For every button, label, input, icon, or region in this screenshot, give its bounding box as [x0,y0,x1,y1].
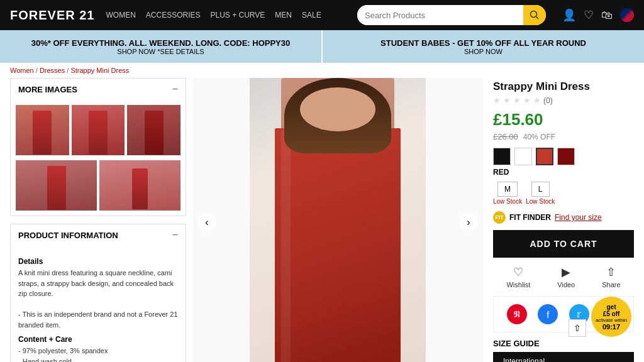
breadcrumb-dresses[interactable]: Dresses [40,67,65,74]
product-info-header: PRODUCT INFORMATION − [11,224,186,246]
more-images-header: MORE IMAGES − [11,79,186,100]
video-button[interactable]: ▶ Video [557,265,575,288]
more-images-toggle[interactable]: − [172,84,178,95]
swatch-darkred[interactable] [557,148,575,165]
thumb-2[interactable] [72,105,125,155]
next-image-button[interactable]: › [459,213,478,232]
discount-badge: 40% OFF [523,133,555,141]
size-l-button[interactable]: L [531,182,550,197]
product-info-section: PRODUCT INFORMATION − Details A knit min… [10,224,186,362]
price-original: £26.00 [493,132,518,141]
product-info-toggle[interactable]: − [172,229,178,241]
play-icon: ▶ [562,265,570,279]
get5off-activate: activate within [596,317,627,323]
promo-left-main: 30%* OFF EVERYTHING. ALL. WEEKEND. LONG.… [31,38,290,48]
size-guide-button[interactable]: International [493,352,634,362]
content-care-title: Content + Care [18,335,178,344]
more-images-label: MORE IMAGES [18,85,77,94]
color-swatches [493,148,634,165]
swatch-red[interactable] [536,148,553,165]
svg-point-0 [531,11,537,18]
nav-accessories[interactable]: ACCESSORIES [146,11,201,19]
swatch-white[interactable] [514,148,532,165]
breadcrumb-women[interactable]: Women [10,67,34,74]
navbar: FOREVER 21 WOMEN ACCESSORIES PLUS + CURV… [0,0,644,30]
thumb-1[interactable] [16,105,69,155]
review-count[interactable]: (0) [543,96,553,105]
action-buttons: ♡ Wishlist ▶ Video ⇧ Share [493,265,634,288]
facebook-icon[interactable]: f [538,304,558,324]
thumbnail-grid [11,100,186,160]
add-to-cart-button[interactable]: ADD TO CART [493,230,634,258]
get5off-line1: get [607,304,616,310]
wishlist-icon[interactable]: ♡ [584,8,594,22]
pinterest-icon[interactable]: 𝕹 [507,304,527,324]
details-text: A knit mini dress featuring a square nec… [18,268,178,330]
thumb-3[interactable] [127,105,180,155]
svg-line-1 [536,17,539,19]
product-info-body: Details A knit mini dress featuring a sq… [11,246,186,362]
star-2: ★ [503,96,511,105]
share-icon: ⇧ [606,265,616,279]
get5off-timer: 09:17 [602,323,620,331]
nav-sale[interactable]: SALE [302,11,321,19]
main-content: MORE IMAGES − [0,78,644,362]
promo-left[interactable]: 30%* OFF EVERYTHING. ALL. WEEKEND. LONG.… [0,30,321,63]
fit-finder-icon: FIT [493,211,506,224]
thumb-row2 [11,160,186,216]
price-current: £15.60 [493,110,543,129]
breadcrumb: Women / Dresses / Strappy Mini Dress [0,63,644,78]
promo-right[interactable]: STUDENT BABES - GET 10% OFF ALL YEAR ROU… [321,30,644,63]
swatch-black[interactable] [493,148,511,165]
star-rating: ★ ★ ★ ★ ★ (0) [493,96,634,105]
thumb-5[interactable] [99,160,180,211]
details-title: Details [18,257,178,266]
size-l-col: L Low Stock [526,182,555,205]
cart-icon[interactable]: 🛍 [601,9,613,22]
get5off-amount: £5 off [603,310,620,317]
promo-right-main: STUDENT BABES - GET 10% OFF ALL YEAR ROU… [380,38,586,48]
promo-left-sub: SHOP NOW *SEE DETAILS [117,48,204,55]
size-m-stock: Low Stock [493,198,522,205]
promo-banners: 30%* OFF EVERYTHING. ALL. WEEKEND. LONG.… [0,30,644,63]
product-title: Strappy Mini Dress [493,80,634,93]
country-flag-icon[interactable] [620,8,634,22]
share-button[interactable]: ⇧ Share [602,265,620,288]
prev-image-button[interactable]: ‹ [197,213,216,232]
star-3: ★ [513,96,521,105]
star-5: ★ [533,96,541,105]
account-icon[interactable]: 👤 [562,8,576,22]
fit-finder-label[interactable]: FIT FINDER [509,213,551,222]
search-button[interactable] [523,5,546,25]
share-label: Share [602,281,620,288]
wishlist-label: Wishlist [506,281,530,288]
get5off-badge[interactable]: get £5 off activate within 09:17 [591,297,631,337]
more-images-section: MORE IMAGES − [10,78,186,216]
price-row: £15.60 [493,110,634,129]
breadcrumb-product[interactable]: Strappy Mini Dress [70,67,129,74]
size-m-button[interactable]: M [497,182,518,197]
nav-icons: 👤 ♡ 🛍 [562,8,634,22]
fit-finder: FIT FIT FINDER Find your size [493,211,634,224]
search-input[interactable] [357,5,523,25]
product-info-label: PRODUCT INFORMATION [18,231,118,240]
nav-links: WOMEN ACCESSORIES PLUS + CURVE MEN SALE [106,11,321,19]
nav-women[interactable]: WOMEN [106,11,135,19]
fit-finder-link[interactable]: Find your size [555,213,602,222]
video-label: Video [557,281,575,288]
sidebar: MORE IMAGES − [10,78,192,362]
thumb-4[interactable] [16,160,97,211]
star-1: ★ [493,96,501,105]
nav-plus-curve[interactable]: PLUS + CURVE [211,11,265,19]
nav-men[interactable]: MEN [275,11,292,19]
content-care-text: - 97% polyester, 3% spandex- Hand wash c… [18,346,178,362]
heart-icon: ♡ [513,265,523,279]
size-options: M Low Stock L Low Stock [493,182,634,205]
size-m-col: M Low Stock [493,182,522,205]
size-guide-label: SIZE GUIDE [493,339,634,348]
wishlist-button[interactable]: ♡ Wishlist [506,265,530,288]
promo-right-sub: SHOP NOW [464,48,502,55]
star-4: ★ [523,96,531,105]
scroll-top-button[interactable]: ⇧ [569,319,586,337]
product-image-area: ‹ › [192,78,483,362]
